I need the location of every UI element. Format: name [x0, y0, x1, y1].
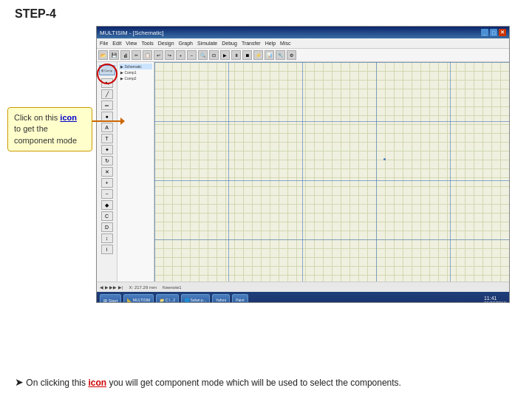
toolbar-icon-16[interactable]: 📊: [265, 50, 274, 60]
blue-line-v5: [450, 62, 451, 282]
sim-tree-panel: ▶ Schematic ▶ Comp1 ▶ Comp2: [117, 62, 154, 282]
windows-taskbar: ⊞ Start 📐 MULTISIM 📁 C:\...2 🌐 Safari-p.…: [97, 292, 509, 303]
toolbar-icon-9[interactable]: −: [187, 50, 197, 60]
tree-item-root[interactable]: ▶ Schematic: [119, 64, 152, 69]
menu-debug[interactable]: Debug: [222, 41, 237, 46]
callout-icon-word: icon: [60, 113, 77, 122]
description-icon-word: icon: [88, 378, 106, 388]
sim-title-text: MULTISIM - [Schematic]: [100, 30, 164, 36]
taskbar-internet[interactable]: 🌐 Safari-p...: [181, 294, 210, 303]
tool-label[interactable]: A: [101, 123, 113, 132]
schematic-dot: [383, 158, 386, 160]
description-text: ➤ On clicking this icon you will get com…: [15, 375, 517, 390]
maximize-button[interactable]: □: [490, 29, 497, 36]
description-after-icon: you will get component mode which will b…: [106, 378, 401, 388]
tool-delete[interactable]: ✕: [101, 167, 113, 177]
statusbar-coord: X: 217.29 mm: [129, 285, 157, 290]
menu-file[interactable]: File: [100, 41, 108, 46]
menu-tools[interactable]: Tools: [141, 41, 153, 46]
taskbar-multisim[interactable]: 📐 MULTISIM: [123, 294, 154, 303]
toolbar-icon-1[interactable]: 📂: [98, 50, 108, 60]
sim-content-area: ⊞ Comp ↖ ╱ ═ ● A T ✦ ↻ ✕ + − ◆ C D ↕ i ▶…: [97, 62, 509, 282]
toolbar-icon-17[interactable]: 🔧: [276, 50, 285, 60]
tool-wire[interactable]: ╱: [101, 89, 113, 99]
description-arrow: ➤: [15, 376, 24, 388]
page-title: STEP-4: [15, 7, 56, 21]
menu-graph[interactable]: Graph: [179, 41, 193, 46]
toolbar-icon-14[interactable]: ⏹: [242, 50, 252, 60]
taskbar-file[interactable]: 📁 C:\...2: [156, 294, 179, 303]
start-button[interactable]: ⊞ Start: [100, 294, 121, 303]
tool-misc1[interactable]: ◆: [101, 200, 113, 210]
menu-misc[interactable]: Misc: [280, 41, 290, 46]
tool-zoom-in[interactable]: +: [101, 178, 113, 188]
blue-line-v2: [228, 62, 229, 282]
menu-view[interactable]: View: [126, 41, 137, 46]
sim-menubar: File Edit View Tools Design Graph Simula…: [97, 38, 509, 49]
tool-zoom-out[interactable]: −: [101, 189, 113, 199]
toolbar-icon-5[interactable]: 📋: [143, 50, 152, 60]
sim-titlebar-buttons: _ □ ✕: [481, 29, 506, 36]
toolbar-icon-18[interactable]: ⚙: [287, 50, 296, 60]
tool-select[interactable]: ↖: [101, 78, 113, 88]
blue-line-v3: [302, 62, 303, 282]
sim-toolbar-row1: 📂 💾 🖨 ✂ 📋 ↩ ↪ + − 🔍 ⊡ ▶ ⏸ ⏹ ⚡ 📊 🔧 ⚙: [97, 49, 509, 62]
blue-line-h1: [154, 62, 509, 63]
sim-left-panel: ⊞ Comp ↖ ╱ ═ ● A T ✦ ↻ ✕ + − ◆ C D ↕ i: [97, 62, 117, 282]
tool-info[interactable]: i: [101, 245, 113, 254]
taskbar-time: 11:41 26/08/2010: [484, 296, 506, 304]
callout-box: Click on this icon to get the component …: [7, 107, 92, 151]
tree-item-1[interactable]: ▶ Comp1: [119, 69, 152, 75]
component-mode-button[interactable]: ⊞ Comp: [99, 65, 115, 75]
tool-rotate[interactable]: ↻: [101, 156, 113, 166]
screenshot-container: MULTISIM - [Schematic] _ □ ✕ File Edit V…: [96, 26, 510, 303]
menu-edit[interactable]: Edit: [112, 41, 121, 46]
toolbar-icon-10[interactable]: 🔍: [198, 50, 208, 60]
sim-canvas[interactable]: [154, 62, 509, 282]
blue-line-v4: [376, 62, 377, 282]
callout-text-after: to get the component mode: [14, 124, 77, 144]
toolbar-icon-12[interactable]: ▶: [220, 50, 230, 60]
toolbar-icon-7[interactable]: ↪: [165, 50, 174, 60]
toolbar-icon-6[interactable]: ↩: [154, 50, 163, 60]
blue-line-h4: [154, 239, 509, 240]
tool-misc4[interactable]: ↕: [101, 233, 113, 243]
tool-probe[interactable]: ✦: [101, 145, 113, 154]
tool-misc3[interactable]: D: [101, 222, 113, 232]
sim-titlebar: MULTISIM - [Schematic] _ □ ✕: [97, 27, 509, 38]
toolbar-icon-15[interactable]: ⚡: [253, 50, 263, 60]
description-before-icon: On clicking this: [24, 378, 88, 388]
tool-misc2[interactable]: C: [101, 211, 113, 221]
toolbar-icon-11[interactable]: ⊡: [209, 50, 219, 60]
statusbar-label: Keenote1: [163, 285, 182, 290]
tool-bus[interactable]: ═: [101, 100, 113, 110]
menu-transfer[interactable]: Transfer: [242, 41, 261, 46]
minimize-button[interactable]: _: [481, 29, 488, 36]
statusbar-nav[interactable]: ◀ ▶ ▶▶ ▶|: [100, 284, 123, 290]
blue-line-h3: [154, 180, 509, 181]
taskbar-yahoo[interactable]: Yahoo: [212, 294, 230, 303]
close-button[interactable]: ✕: [499, 29, 506, 36]
blue-line-h2: [154, 121, 509, 122]
callout-text-before: Click on this: [14, 113, 60, 122]
menu-design[interactable]: Design: [158, 41, 174, 46]
toolbar-icon-3[interactable]: 🖨: [120, 50, 130, 60]
tree-item-2[interactable]: ▶ Comp2: [119, 75, 152, 81]
tool-text[interactable]: T: [101, 134, 113, 143]
menu-simulate[interactable]: Simulate: [197, 41, 217, 46]
blue-line-v1: [154, 62, 155, 282]
menu-help[interactable]: Help: [265, 41, 276, 46]
toolbar-icon-8[interactable]: +: [176, 50, 185, 60]
toolbar-icon-2[interactable]: 💾: [109, 50, 119, 60]
toolbar-icon-13[interactable]: ⏸: [231, 50, 241, 60]
taskbar-paint[interactable]: Paint: [232, 294, 248, 303]
toolbar-icon-4[interactable]: ✂: [132, 50, 141, 60]
callout-arrow: [92, 120, 122, 122]
sim-statusbar: ◀ ▶ ▶▶ ▶| X: 217.29 mm Keenote1: [97, 282, 509, 292]
